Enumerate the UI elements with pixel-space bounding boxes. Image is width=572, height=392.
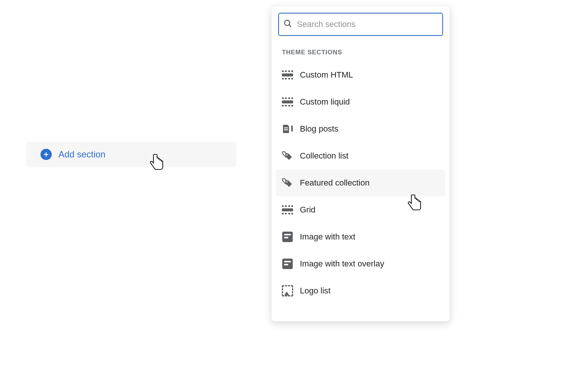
section-item[interactable]: Grid (271, 196, 450, 223)
tag-multi-icon (282, 177, 293, 189)
section-item-label: Image with text overlay (300, 259, 384, 269)
sections-heading: THEME SECTIONS (271, 36, 450, 61)
plus-circle-icon (40, 149, 52, 160)
section-item-label: Logo list (300, 286, 331, 296)
sections-popover: THEME SECTIONS Custom HTMLCustom liquid … (271, 6, 450, 322)
svg-point-4 (286, 181, 288, 183)
section-item[interactable]: Blog posts (271, 115, 450, 142)
section-item[interactable]: Featured collection (276, 169, 445, 196)
section-item[interactable]: Custom liquid (271, 88, 450, 115)
sections-list: Custom HTMLCustom liquid Blog posts Coll… (271, 61, 450, 304)
logo-dashed-icon (282, 285, 293, 296)
svg-rect-1 (284, 127, 288, 129)
section-item-label: Grid (300, 205, 316, 215)
search-input[interactable] (297, 19, 438, 29)
section-item[interactable]: Collection list (271, 142, 450, 169)
section-dashed-icon (282, 96, 293, 108)
section-item-label: Custom HTML (300, 70, 353, 80)
add-section-button[interactable]: Add section (26, 142, 236, 167)
section-item-label: Blog posts (300, 124, 338, 134)
section-dashed-icon (282, 69, 293, 81)
section-item-label: Image with text (300, 232, 355, 242)
svg-point-3 (286, 154, 288, 156)
section-item[interactable]: Custom HTML (271, 61, 450, 88)
search-icon (283, 19, 292, 30)
section-item[interactable]: Image with text (271, 223, 450, 250)
section-item[interactable]: Logo list (271, 277, 450, 304)
section-item-label: Custom liquid (300, 97, 350, 107)
section-item-label: Featured collection (300, 178, 370, 188)
tag-multi-icon (282, 150, 293, 162)
add-section-label: Add section (58, 149, 105, 160)
section-dashed-icon (282, 204, 293, 215)
blog-icon (282, 123, 293, 135)
text-block-icon (282, 231, 293, 242)
text-block-icon (282, 258, 293, 269)
section-item[interactable]: Image with text overlay (271, 250, 450, 277)
section-item-label: Collection list (300, 151, 349, 161)
search-box[interactable] (278, 13, 443, 36)
svg-rect-2 (284, 129, 288, 130)
